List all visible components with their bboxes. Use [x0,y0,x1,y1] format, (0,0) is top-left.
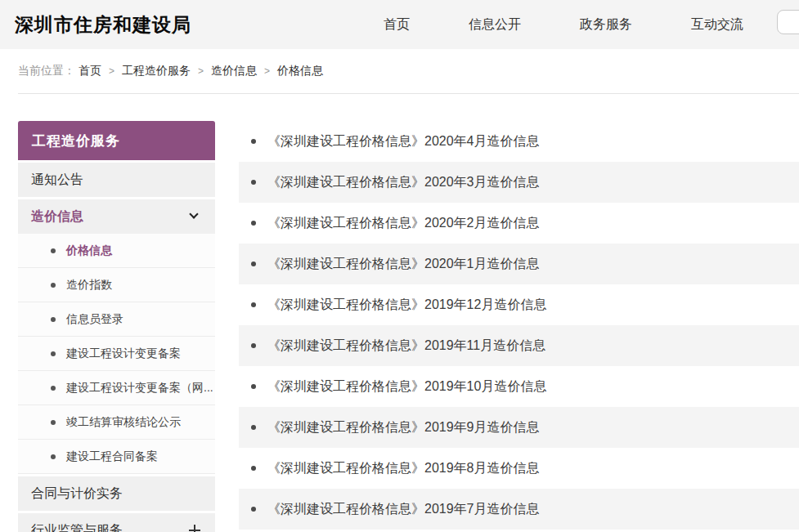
top-nav: 首页信息公开政务服务互动交流 [384,0,743,49]
list-item-title: 《深圳建设工程价格信息》2020年3月造价信息 [267,174,540,191]
list-item[interactable]: 《深圳建设工程价格信息》2019年10月造价信息 [239,366,799,407]
bullet-icon [51,386,56,391]
sidebar-menu: 通知公告 造价信息 价格信息 造价指数 信息员登录 建设工程设计变更备案 建设工… [18,163,215,532]
list-item[interactable]: 《深圳建设工程价格信息》2020年3月造价信息 [239,162,799,203]
list-item[interactable]: 《深圳建设工程价格信息》2020年2月造价信息 [239,203,799,244]
sidebar: 工程造价服务 通知公告 造价信息 价格信息 造价指数 信息员登录 建设工程设计变… [18,121,215,532]
sidebar-item-label: 造价信息 [31,208,83,226]
top-nav-item[interactable]: 互动交流 [691,16,743,34]
bullet-icon [251,262,256,266]
list-item-title: 《深圳建设工程价格信息》2019年8月造价信息 [267,460,540,477]
sidebar-item[interactable]: 行业监管与服务 [18,513,215,532]
list-item-title: 《深圳建设工程价格信息》2019年7月造价信息 [267,501,540,518]
breadcrumb: 当前位置： 首页>工程造价服务>造价信息>价格信息 [18,49,799,94]
bullet-icon [51,283,56,288]
bullet-icon [251,343,256,348]
sidebar-subitem-label: 竣工结算审核结论公示 [66,415,181,430]
sidebar-subitem[interactable]: 信息员登录 [18,302,215,337]
breadcrumb-separator: > [198,65,204,77]
sidebar-subitem-label: 建设工程合同备案 [66,449,158,464]
sidebar-item-label: 通知公告 [31,172,83,189]
list-item[interactable]: 《深圳建设工程价格信息》2019年9月造价信息 [239,407,799,448]
sidebar-subitem-label: 建设工程设计变更备案 [66,346,181,361]
top-nav-item[interactable]: 首页 [384,16,410,34]
chevron-down-icon [189,209,198,218]
list-item[interactable]: 《深圳建设工程价格信息》2019年7月造价信息 [239,489,799,530]
breadcrumb-separator: > [109,65,114,77]
list-item-title: 《深圳建设工程价格信息》2019年11月造价信息 [267,338,545,355]
bullet-icon [251,466,256,471]
breadcrumb-link[interactable]: 工程造价服务 [122,64,191,78]
list-item-title: 《深圳建设工程价格信息》2019年10月造价信息 [267,378,546,396]
article-list: 《深圳建设工程价格信息》2020年4月造价信息 《深圳建设工程价格信息》2020… [239,121,799,530]
bullet-icon [51,420,56,425]
sidebar-item[interactable]: 通知公告 [18,163,215,197]
bullet-icon [251,384,256,389]
sidebar-subitem[interactable]: 建设工程设计变更备案 [18,337,215,371]
breadcrumb-bar: 当前位置： 首页>工程造价服务>造价信息>价格信息 [0,49,799,96]
bullet-icon [251,425,256,430]
breadcrumb-link[interactable]: 首页 [79,64,101,78]
bullet-icon [251,139,256,144]
sidebar-subitem[interactable]: 建设工程合同备案 [18,440,215,474]
sidebar-item[interactable]: 造价信息 [18,199,215,234]
sidebar-item-label: 合同与计价实务 [31,485,123,503]
sidebar-item[interactable]: 合同与计价实务 [18,476,215,511]
bullet-icon [251,302,256,307]
site-header: 深圳市住房和建设局 首页信息公开政务服务互动交流 [0,0,799,49]
list-item[interactable]: 《深圳建设工程价格信息》2019年11月造价信息 [239,325,799,366]
sidebar-subitem-label: 信息员登录 [66,312,123,327]
sidebar-subitem[interactable]: 价格信息 [18,234,215,268]
breadcrumb-link[interactable]: 价格信息 [277,64,323,78]
sidebar-title: 工程造价服务 [18,121,215,160]
sidebar-subitem-label: 造价指数 [66,278,112,293]
sidebar-subitem-label: 价格信息 [66,244,112,258]
sidebar-subitem[interactable]: 造价指数 [18,268,215,302]
list-item-title: 《深圳建设工程价格信息》2019年12月造价信息 [267,297,546,314]
sidebar-subitem[interactable]: 竣工结算审核结论公示 [18,405,215,440]
top-nav-item[interactable]: 信息公开 [469,16,521,34]
sidebar-item-label: 行业监管与服务 [31,522,123,532]
bullet-icon [51,248,56,253]
top-nav-item[interactable]: 政务服务 [580,16,632,34]
search-input[interactable] [777,10,799,34]
bullet-icon [251,221,256,226]
breadcrumb-link[interactable]: 造价信息 [211,64,257,78]
bullet-icon [251,507,256,512]
list-item[interactable]: 《深圳建设工程价格信息》2019年12月造价信息 [239,284,799,325]
bullet-icon [251,180,256,185]
list-item[interactable]: 《深圳建设工程价格信息》2019年8月造价信息 [239,448,799,489]
bullet-icon [51,454,56,459]
list-item-title: 《深圳建设工程价格信息》2020年2月造价信息 [267,215,540,232]
bullet-icon [51,317,56,322]
list-item-title: 《深圳建设工程价格信息》2019年9月造价信息 [267,419,540,436]
site-title[interactable]: 深圳市住房和建设局 [15,0,191,49]
breadcrumb-separator: > [264,65,270,77]
list-item-title: 《深圳建设工程价格信息》2020年1月造价信息 [267,256,540,273]
list-item[interactable]: 《深圳建设工程价格信息》2020年4月造价信息 [239,121,799,162]
list-item[interactable]: 《深圳建设工程价格信息》2020年1月造价信息 [239,244,799,284]
breadcrumb-label: 当前位置： [18,64,75,78]
sidebar-subitem-label: 建设工程设计变更备案（网... [66,381,213,396]
bullet-icon [51,351,56,356]
plus-icon [189,525,200,532]
list-item-title: 《深圳建设工程价格信息》2020年4月造价信息 [267,133,540,150]
sidebar-subitem[interactable]: 建设工程设计变更备案（网... [18,371,215,405]
